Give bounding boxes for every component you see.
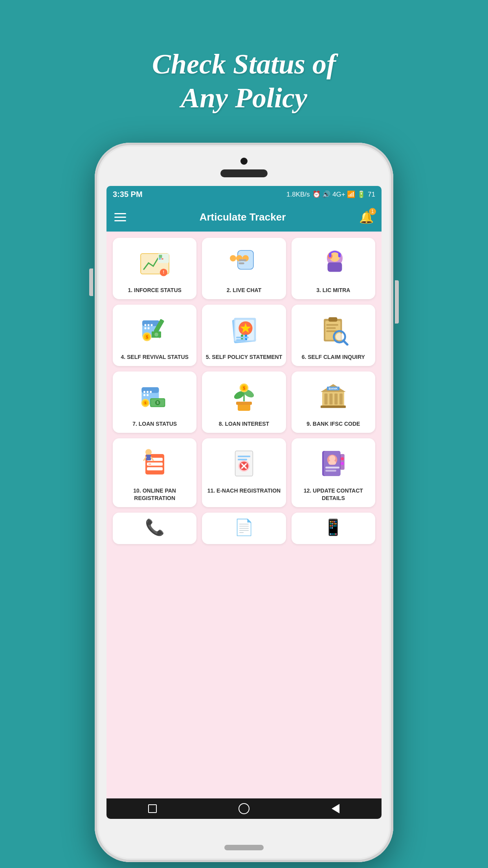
- feature-grid: ! 1. INFORCE STATUS: [113, 238, 375, 507]
- grid-item-8-label: 8. LOAN INTEREST: [219, 420, 269, 427]
- phone-bottom-bar: [224, 845, 264, 850]
- svg-rect-98: [238, 456, 250, 457]
- live-chat-icon: [224, 243, 264, 283]
- svg-rect-81: [335, 394, 338, 405]
- svg-rect-83: [321, 406, 346, 408]
- grid-item-5[interactable]: 5. SELF POLICY STATEMENT: [202, 305, 286, 366]
- speaker: [220, 169, 268, 177]
- svg-rect-57: [143, 391, 145, 393]
- grid-item-partial-3[interactable]: 📱: [292, 513, 375, 544]
- svg-rect-108: [328, 461, 336, 465]
- grid-item-7[interactable]: $ $ 7. LOAN STATUS: [113, 371, 196, 433]
- grid-item-11[interactable]: 11. E-NACH REGISTRATION: [202, 438, 286, 507]
- triangle-icon: [332, 804, 339, 813]
- grid-item-4-label: 4. SELF REVIVAL STATUS: [121, 353, 188, 360]
- svg-rect-45: [236, 339, 246, 341]
- svg-text:$: $: [144, 401, 147, 405]
- inforce-status-icon: !: [135, 243, 174, 283]
- loan-interest-icon: $: [224, 377, 264, 416]
- svg-rect-14: [238, 262, 244, 264]
- circle-icon: [238, 803, 250, 814]
- svg-rect-29: [147, 327, 149, 329]
- grid-item-3-label: 3. LIC MITRA: [316, 287, 350, 294]
- grid-partial-row: 📞 📄 📱: [113, 513, 375, 544]
- loan-status-icon: $ $: [135, 377, 174, 416]
- svg-point-53: [336, 333, 343, 340]
- svg-rect-21: [329, 253, 331, 257]
- grid-item-5-label: 5. SELF POLICY STATEMENT: [206, 353, 282, 360]
- svg-rect-22: [338, 253, 341, 257]
- svg-rect-50: [327, 327, 336, 329]
- self-policy-icon: [224, 310, 264, 349]
- battery-level: 71: [368, 191, 375, 199]
- svg-rect-17: [328, 262, 342, 272]
- svg-rect-70: [236, 402, 252, 405]
- svg-text:!: !: [163, 270, 164, 274]
- svg-rect-26: [147, 324, 149, 326]
- svg-rect-44: [236, 337, 249, 338]
- app-title: Articulate Tracker: [200, 211, 286, 223]
- phone-frame: 3:35 PM 1.8KB/s ⏰ 🔊 4G+ 📶 🔋 71 Articulat…: [95, 143, 393, 862]
- notification-button[interactable]: 🔔 1: [359, 210, 374, 224]
- svg-rect-3: [159, 255, 162, 258]
- status-bar: 3:35 PM 1.8KB/s ⏰ 🔊 4G+ 📶 🔋 71: [106, 186, 382, 203]
- grid-item-10-label: 10. ONLINE PAN REGISTRATION: [116, 487, 193, 501]
- grid-item-12[interactable]: 12. UPDATE CONTACT DETAILS: [292, 438, 375, 507]
- grid-item-11-label: 11. E-NACH REGISTRATION: [207, 487, 281, 494]
- svg-rect-61: [147, 394, 149, 396]
- grid-item-4[interactable]: $ 4. SELF REVIVAL STATUS: [113, 305, 196, 366]
- nav-back-button[interactable]: [328, 802, 343, 816]
- grid-item-9-label: 9. BANK IFSC CODE: [306, 420, 360, 427]
- svg-rect-5: [161, 258, 163, 259]
- grid-item-10[interactable]: 10. ONLINE PAN REGISTRATION: [113, 438, 196, 507]
- status-icons: ⏰ 🔊 4G+ 📶 🔋: [312, 190, 366, 199]
- svg-rect-49: [327, 324, 338, 326]
- front-camera: [240, 158, 248, 165]
- grid-item-1[interactable]: ! 1. INFORCE STATUS: [113, 238, 196, 299]
- svg-point-11: [230, 255, 236, 261]
- grid-content: ! 1. INFORCE STATUS: [106, 232, 382, 798]
- svg-rect-110: [325, 470, 336, 472]
- grid-item-3[interactable]: 3. LIC MITRA: [292, 238, 375, 299]
- notification-badge: 1: [369, 208, 376, 215]
- grid-item-12-label: 12. UPDATE CONTACT DETAILS: [295, 487, 372, 501]
- svg-text:$: $: [146, 335, 149, 339]
- self-claim-icon: [314, 310, 353, 349]
- header-section: Check Status of Any Policy: [152, 0, 336, 127]
- menu-button[interactable]: [114, 213, 126, 221]
- svg-rect-93: [146, 455, 151, 460]
- grid-item-2[interactable]: 2. LIVE CHAT: [202, 238, 286, 299]
- self-revival-icon: $: [135, 310, 174, 349]
- grid-item-7-label: 7. LOAN STATUS: [132, 420, 177, 427]
- svg-rect-25: [144, 324, 146, 326]
- grid-item-partial-2[interactable]: 📄: [202, 513, 286, 544]
- svg-point-112: [341, 457, 344, 460]
- grid-item-9[interactable]: BANK 9. BANK IFSC CODE: [292, 371, 375, 433]
- grid-item-partial-1[interactable]: 📞: [113, 513, 196, 544]
- svg-rect-58: [147, 391, 149, 393]
- bank-ifsc-icon: BANK: [314, 377, 353, 416]
- app-bar: Articulate Tracker 🔔 1: [106, 203, 382, 232]
- svg-rect-80: [330, 394, 333, 405]
- nav-home-button[interactable]: [237, 802, 251, 816]
- grid-item-1-label: 1. INFORCE STATUS: [128, 287, 181, 294]
- enach-registration-icon: [224, 444, 264, 483]
- svg-point-107: [329, 456, 336, 462]
- status-right: 1.8KB/s ⏰ 🔊 4G+ 📶 🔋 71: [286, 190, 375, 199]
- phone-screen: 3:35 PM 1.8KB/s ⏰ 🔊 4G+ 📶 🔋 71 Articulat…: [106, 186, 382, 819]
- svg-rect-48: [328, 317, 337, 322]
- svg-point-92: [145, 449, 152, 456]
- grid-item-6-label: 6. SELF CLAIM INQUIRY: [302, 353, 365, 360]
- svg-line-54: [343, 340, 347, 344]
- header-title: Check Status of Any Policy: [152, 47, 336, 115]
- svg-rect-60: [143, 394, 145, 396]
- svg-rect-99: [238, 459, 247, 460]
- svg-point-113: [341, 462, 344, 465]
- svg-text:$: $: [243, 386, 246, 390]
- grid-item-8[interactable]: $ 8. LOAN INTEREST: [202, 371, 286, 433]
- grid-item-2-label: 2. LIVE CHAT: [227, 287, 261, 294]
- status-time: 3:35 PM: [113, 190, 143, 199]
- svg-rect-13: [238, 259, 246, 261]
- grid-item-6[interactable]: 6. SELF CLAIM INQUIRY: [292, 305, 375, 366]
- nav-square-button[interactable]: [145, 802, 160, 816]
